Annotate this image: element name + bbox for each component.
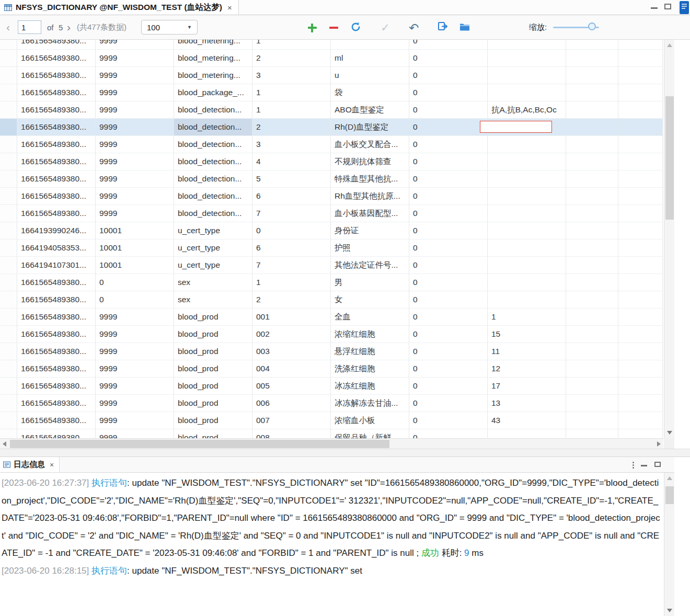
row-header[interactable] bbox=[0, 429, 17, 438]
cell[interactable]: 其他法定证件号... bbox=[331, 257, 409, 274]
cell[interactable]: 1661565489380... bbox=[17, 84, 96, 101]
cell[interactable]: 0 bbox=[96, 274, 174, 291]
cell[interactable]: 血小板交叉配合... bbox=[331, 136, 409, 153]
cell[interactable] bbox=[488, 170, 566, 188]
grid-hscroll-thumb[interactable] bbox=[10, 440, 389, 448]
cell[interactable]: 9999 bbox=[96, 309, 174, 326]
table-row[interactable]: 1661565489380...9999blood_prod003悬浮红细胞01… bbox=[0, 343, 663, 360]
grid-vertical-scrollbar[interactable] bbox=[664, 40, 674, 438]
table-row[interactable]: 1661565489380...9999blood_detection...1A… bbox=[0, 101, 663, 119]
cell[interactable]: 0 bbox=[409, 395, 488, 412]
table-row[interactable]: 1661565489380...9999blood_detection...7血… bbox=[0, 205, 663, 222]
cell[interactable] bbox=[566, 395, 618, 412]
cell[interactable] bbox=[618, 343, 663, 360]
log-scroll-up-icon[interactable] bbox=[667, 476, 672, 480]
cell[interactable]: 9999 bbox=[96, 395, 174, 412]
cell[interactable] bbox=[618, 378, 663, 395]
log-vertical-scrollbar[interactable] bbox=[664, 473, 674, 616]
cell[interactable]: blood_detection... bbox=[174, 136, 252, 153]
cell[interactable] bbox=[488, 274, 566, 291]
editing-cell-input[interactable] bbox=[480, 121, 552, 133]
cell[interactable]: 43 bbox=[488, 412, 566, 429]
cell[interactable]: blood_prod bbox=[174, 412, 252, 429]
cell[interactable]: 9999 bbox=[96, 429, 174, 438]
table-row[interactable]: 1661565489380...9999blood_detection...2R… bbox=[0, 119, 663, 136]
row-header[interactable] bbox=[0, 274, 17, 291]
cell[interactable] bbox=[618, 50, 663, 67]
cell[interactable]: 悬浮红细胞 bbox=[331, 343, 409, 360]
cell[interactable]: 0 bbox=[409, 170, 488, 188]
cell[interactable]: 0 bbox=[409, 222, 488, 239]
cell[interactable]: 1661565489380... bbox=[17, 136, 96, 153]
maximize-icon[interactable] bbox=[664, 4, 671, 9]
cell[interactable]: 男 bbox=[331, 274, 409, 291]
row-header[interactable] bbox=[0, 67, 17, 84]
cell[interactable]: 1664194107301... bbox=[17, 257, 96, 274]
cell[interactable]: 1661565489380... bbox=[17, 205, 96, 222]
row-header[interactable] bbox=[0, 309, 17, 326]
cell[interactable]: 保留品种（新鲜... bbox=[331, 429, 409, 438]
cell[interactable] bbox=[618, 395, 663, 412]
cell[interactable]: 008 bbox=[252, 429, 331, 438]
cell[interactable]: 1661565489380... bbox=[17, 119, 96, 136]
table-row[interactable]: 1661565489380...9999blood_prod002浓缩红细胞01… bbox=[0, 326, 663, 343]
cell[interactable]: 1661565489380... bbox=[17, 153, 96, 170]
cell[interactable]: 0 bbox=[409, 239, 488, 257]
table-row[interactable]: 1664193990246...10001u_cert_type0身份证0 bbox=[0, 222, 663, 239]
cell[interactable]: 1 bbox=[488, 309, 566, 326]
export-result-button[interactable] bbox=[436, 21, 450, 35]
commit-button[interactable]: ✓ bbox=[378, 21, 392, 35]
cell[interactable] bbox=[331, 40, 409, 50]
cell[interactable]: 0 bbox=[409, 274, 488, 291]
cell[interactable]: 0 bbox=[409, 153, 488, 170]
cell[interactable]: 9999 bbox=[96, 67, 174, 84]
log-tab-close-icon[interactable]: × bbox=[50, 461, 54, 469]
cell[interactable]: 10001 bbox=[96, 257, 174, 274]
cell[interactable]: 1661565489380... bbox=[17, 170, 96, 188]
cell[interactable] bbox=[488, 153, 566, 170]
cell[interactable]: 004 bbox=[252, 360, 331, 378]
cell[interactable] bbox=[618, 205, 663, 222]
cell[interactable]: 7 bbox=[252, 257, 331, 274]
panel-splitter[interactable] bbox=[0, 449, 690, 457]
cell[interactable]: 浓缩血小板 bbox=[331, 412, 409, 429]
cell[interactable]: blood_package_... bbox=[174, 84, 252, 101]
cell[interactable]: 1661565489380... bbox=[17, 360, 96, 378]
log-scroll-down-icon[interactable] bbox=[667, 609, 672, 612]
cell[interactable]: 0 bbox=[409, 360, 488, 378]
cell[interactable]: blood_metering... bbox=[174, 50, 252, 67]
cell[interactable]: u bbox=[331, 67, 409, 84]
row-header[interactable] bbox=[0, 101, 17, 119]
cell[interactable]: 1661565489380... bbox=[17, 395, 96, 412]
row-header[interactable] bbox=[0, 188, 17, 205]
cell[interactable] bbox=[488, 67, 566, 84]
cell[interactable] bbox=[488, 119, 566, 136]
table-row[interactable]: 1661565489380...9999blood_metering...10 bbox=[0, 40, 663, 50]
cell[interactable]: 002 bbox=[252, 326, 331, 343]
cell[interactable]: 抗A,抗B,Ac,Bc,Oc bbox=[488, 101, 566, 119]
table-row[interactable]: 1661565489380...9999blood_detection...6R… bbox=[0, 188, 663, 205]
cell[interactable] bbox=[566, 136, 618, 153]
cell[interactable]: 1661565489380... bbox=[17, 309, 96, 326]
table-row[interactable]: 1661565489380...9999blood_detection...4不… bbox=[0, 153, 663, 170]
zoom-slider[interactable] bbox=[553, 26, 599, 29]
row-header[interactable] bbox=[0, 84, 17, 101]
cell[interactable]: 9999 bbox=[96, 153, 174, 170]
cell[interactable]: 0 bbox=[409, 378, 488, 395]
cell[interactable]: 9999 bbox=[96, 40, 174, 50]
cell[interactable]: ml bbox=[331, 50, 409, 67]
result-grid[interactable]: 1661565489380...9999blood_metering...101… bbox=[0, 40, 663, 438]
cell[interactable]: 1 bbox=[252, 101, 331, 119]
cell[interactable] bbox=[488, 429, 566, 438]
cell[interactable] bbox=[566, 378, 618, 395]
table-row[interactable]: 1661565489380...9999blood_prod004洗涤红细胞01… bbox=[0, 360, 663, 378]
cell[interactable] bbox=[618, 309, 663, 326]
row-header[interactable] bbox=[0, 119, 17, 136]
table-row[interactable]: 1661565489380...9999blood_detection...5特… bbox=[0, 170, 663, 188]
cell[interactable] bbox=[618, 67, 663, 84]
cell[interactable]: 全血 bbox=[331, 309, 409, 326]
cell[interactable]: 特殊血型其他抗... bbox=[331, 170, 409, 188]
cell[interactable]: 9999 bbox=[96, 378, 174, 395]
grid-horizontal-scrollbar[interactable] bbox=[0, 438, 663, 449]
cell[interactable] bbox=[566, 222, 618, 239]
